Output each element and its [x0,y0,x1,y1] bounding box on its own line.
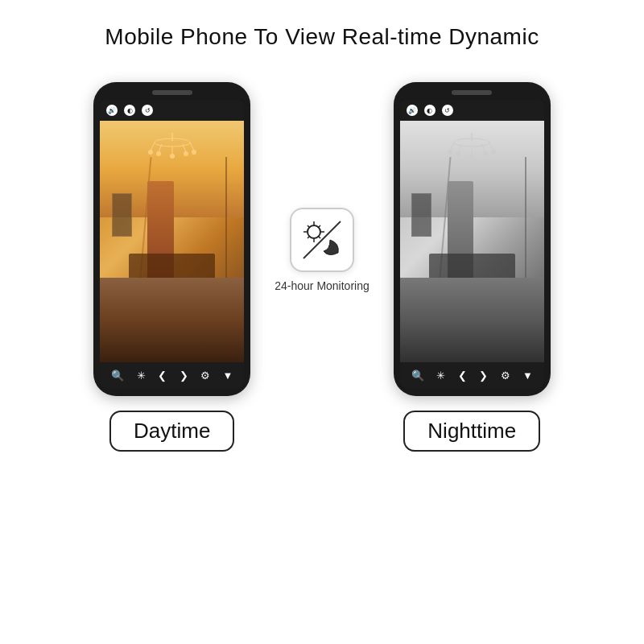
chandelier-night [444,133,500,165]
phones-container: 🔊 ◐ ↺ [93,82,551,452]
daytime-screen: 🔊 ◐ ↺ [100,100,244,388]
next-icon-day: ❯ [180,369,188,382]
monitoring-label: 24-hour Monitoring [275,279,369,295]
wall-line2-day [225,157,227,314]
next-icon-night: ❯ [479,369,488,382]
sun-moon-svg [299,217,345,262]
art-night [411,193,431,237]
svg-point-31 [469,154,474,159]
daytime-image [100,121,244,362]
page-title: Mobile Phone To View Real-time Dynamic [105,24,539,50]
bottombar-night: 🔍 ✳ ❮ ❯ ⚙ ▼ [400,362,544,388]
svg-point-8 [156,151,161,156]
delete-icon-day: ▼ [223,369,233,382]
delete-icon-night: ▼ [522,369,533,382]
svg-point-30 [456,151,460,156]
nighttime-screen: 🔊 ◐ ↺ [400,100,544,388]
chandelier-day [144,133,200,165]
svg-line-2 [151,142,155,151]
svg-line-28 [489,142,493,151]
svg-point-10 [184,151,188,156]
table-night [429,254,515,297]
prev-icon-day: ❮ [158,369,167,382]
svg-line-21 [308,236,310,238]
contrast-icon-day: ◐ [124,105,135,116]
sofa-night [400,304,544,357]
wall-line2-night [525,157,526,314]
settings-icon-night: ⚙ [501,369,510,382]
nighttime-phone: 🔊 ◐ ↺ [394,82,551,396]
center-badge: 24-hour Monitoring [275,208,369,295]
svg-point-29 [448,150,452,155]
table-day [129,254,215,297]
nighttime-phone-wrapper: 🔊 ◐ ↺ [394,82,551,452]
phone-speaker-day [152,90,192,95]
daytime-label: Daytime [109,411,234,452]
refresh-icon-day: ↺ [142,105,153,116]
svg-line-18 [308,225,310,228]
zoom-icon-day: 🔍 [111,369,124,382]
svg-line-19 [318,236,320,238]
svg-point-11 [192,150,196,155]
daytime-phone: 🔊 ◐ ↺ [93,82,250,396]
sofa-day [100,304,244,357]
sound-icon-day: 🔊 [106,105,118,116]
phone-speaker-night [452,90,492,95]
svg-line-24 [450,142,454,151]
contrast-icon-night: ◐ [424,105,436,116]
nighttime-label: Nighttime [403,411,540,452]
daytime-room-bg [100,121,244,362]
svg-line-6 [190,142,194,151]
prev-icon-night: ❮ [458,369,467,382]
svg-line-20 [318,225,320,228]
svg-point-9 [170,154,175,159]
zoom-icon-night: 🔍 [411,369,424,382]
topbar-night: 🔊 ◐ ↺ [400,100,544,121]
brightness-icon-day: ✳ [137,369,146,382]
rug-night [415,297,530,326]
daytime-phone-wrapper: 🔊 ◐ ↺ [93,82,250,452]
rug-day [114,297,229,326]
settings-icon-day: ⚙ [200,369,210,382]
day-night-icon [290,208,354,272]
bottombar-day: 🔍 ✳ ❮ ❯ ⚙ ▼ [100,362,244,388]
sound-icon-night: 🔊 [407,105,418,116]
svg-point-33 [491,150,496,155]
refresh-icon-night: ↺ [442,105,453,116]
svg-point-7 [148,150,153,155]
art-day [112,193,132,237]
nighttime-image [400,121,544,362]
topbar-day: 🔊 ◐ ↺ [100,100,244,121]
brightness-icon-night: ✳ [436,369,445,382]
nighttime-room-bg [400,121,544,362]
svg-point-32 [483,151,488,156]
